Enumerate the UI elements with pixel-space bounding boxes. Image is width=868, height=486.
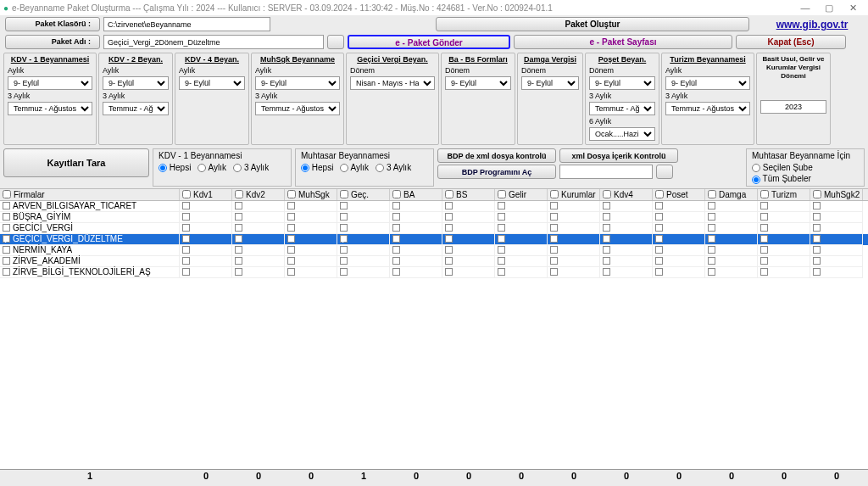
close-button[interactable]: ✕ bbox=[841, 3, 865, 14]
cell-checkbox[interactable] bbox=[340, 224, 348, 232]
cell-checkbox[interactable] bbox=[287, 202, 295, 209]
col-muhsgk-checkbox[interactable] bbox=[287, 190, 296, 198]
paket-adi-clear-button[interactable] bbox=[327, 35, 344, 49]
gecici-donem-select[interactable]: Nisan - Mayıs - Haziran bbox=[350, 76, 435, 90]
cell-checkbox[interactable] bbox=[655, 224, 663, 232]
cell-checkbox[interactable] bbox=[603, 202, 610, 209]
damga-donem-select[interactable]: 9- Eylül bbox=[521, 76, 579, 90]
cell-checkbox[interactable] bbox=[708, 235, 715, 243]
col-ba-checkbox[interactable] bbox=[392, 190, 401, 198]
minimize-button[interactable]: — bbox=[793, 3, 817, 13]
cell-checkbox[interactable] bbox=[392, 202, 400, 209]
table-row[interactable]: GECİCİ_VERGİ bbox=[0, 223, 868, 234]
cell-checkbox[interactable] bbox=[498, 268, 505, 276]
cell-checkbox[interactable] bbox=[498, 213, 505, 221]
bdp-path-input[interactable] bbox=[559, 165, 653, 179]
cell-checkbox[interactable]: ✓ bbox=[340, 235, 348, 243]
bdp-path-browse-button[interactable] bbox=[656, 165, 673, 179]
kdv1-3aylik-select[interactable]: Temmuz - Ağustos - Eylül bbox=[8, 102, 92, 115]
secilen-sube-radio[interactable]: Seçilen Şube bbox=[752, 163, 859, 172]
cell-checkbox[interactable] bbox=[603, 257, 610, 265]
cell-checkbox[interactable] bbox=[708, 224, 715, 232]
poset-donem-select[interactable]: 9- Eylül bbox=[589, 76, 655, 90]
cell-checkbox[interactable] bbox=[182, 268, 190, 276]
cell-checkbox[interactable] bbox=[392, 246, 400, 254]
cell-checkbox[interactable] bbox=[550, 202, 558, 209]
table-row[interactable]: ✓GEÇİCİ_VERGİ_DÜZELTME✓ bbox=[0, 234, 868, 245]
cell-checkbox[interactable] bbox=[392, 235, 400, 243]
cell-checkbox[interactable] bbox=[340, 257, 348, 265]
cell-checkbox[interactable] bbox=[498, 202, 505, 209]
cell-checkbox[interactable] bbox=[340, 202, 348, 209]
cell-checkbox[interactable] bbox=[813, 268, 821, 276]
cell-checkbox[interactable] bbox=[708, 268, 715, 276]
cell-checkbox[interactable] bbox=[340, 246, 348, 254]
cell-checkbox[interactable] bbox=[708, 257, 715, 265]
row-checkbox[interactable] bbox=[3, 257, 10, 265]
cell-checkbox[interactable] bbox=[760, 224, 768, 232]
col-turizm-checkbox[interactable] bbox=[760, 190, 769, 198]
cell-checkbox[interactable] bbox=[392, 257, 400, 265]
cell-checkbox[interactable] bbox=[392, 213, 400, 221]
cell-checkbox[interactable] bbox=[603, 224, 610, 232]
table-row[interactable]: ZİRVE_AKADEMİ bbox=[0, 256, 868, 267]
cell-checkbox[interactable] bbox=[498, 235, 505, 243]
babs-donem-select[interactable]: 9- Eylül bbox=[445, 76, 511, 90]
muh-hepsi-radio[interactable]: Hepsi bbox=[301, 163, 333, 172]
cell-checkbox[interactable] bbox=[708, 246, 715, 254]
cell-checkbox[interactable] bbox=[235, 246, 242, 254]
poset-3aylik-select[interactable]: Temmuz - Ağustc bbox=[589, 102, 655, 115]
col-kdv1-checkbox[interactable] bbox=[182, 190, 191, 198]
cell-checkbox[interactable] bbox=[813, 246, 821, 254]
cell-checkbox[interactable] bbox=[182, 224, 190, 232]
kdv1-hepsi-radio[interactable]: Hepsi bbox=[159, 163, 191, 172]
table-row[interactable]: ZİRVE_BİLGİ_TEKNOLOJİLERİ_AŞ bbox=[0, 267, 868, 278]
bdp-xml-kontrol-button[interactable]: BDP de xml dosya kontrolü bbox=[437, 148, 556, 163]
muh-3aylik-radio[interactable]: 3 Aylık bbox=[376, 163, 411, 172]
paket-adi-input[interactable] bbox=[103, 35, 324, 49]
cell-checkbox[interactable] bbox=[603, 268, 610, 276]
cell-checkbox[interactable] bbox=[445, 202, 453, 209]
kayitlari-tara-button[interactable]: Kayıtları Tara bbox=[3, 148, 149, 177]
row-checkbox[interactable] bbox=[3, 246, 10, 254]
cell-checkbox[interactable] bbox=[813, 213, 821, 221]
row-checkbox[interactable] bbox=[3, 224, 10, 232]
cell-checkbox[interactable] bbox=[287, 235, 295, 243]
row-checkbox[interactable] bbox=[3, 268, 10, 276]
cell-checkbox[interactable] bbox=[813, 257, 821, 265]
e-paket-sayfasi-button[interactable]: e - Paket Sayfası bbox=[514, 35, 732, 49]
col-muhsgk2-checkbox[interactable] bbox=[813, 190, 821, 198]
cell-checkbox[interactable] bbox=[603, 246, 610, 254]
col-poset-checkbox[interactable] bbox=[655, 190, 664, 198]
cell-checkbox[interactable] bbox=[498, 224, 505, 232]
cell-checkbox[interactable] bbox=[550, 213, 558, 221]
cell-checkbox[interactable] bbox=[813, 224, 821, 232]
cell-checkbox[interactable] bbox=[287, 268, 295, 276]
cell-checkbox[interactable] bbox=[182, 235, 190, 243]
cell-checkbox[interactable] bbox=[182, 257, 190, 265]
xml-icerik-kontrol-button[interactable]: xml Dosya İçerik Kontrolü bbox=[559, 148, 678, 163]
cell-checkbox[interactable] bbox=[760, 246, 768, 254]
col-gec-checkbox[interactable] bbox=[340, 190, 348, 198]
col-kdv2-checkbox[interactable] bbox=[235, 190, 243, 198]
cell-checkbox[interactable] bbox=[655, 246, 663, 254]
cell-checkbox[interactable] bbox=[550, 268, 558, 276]
e-paket-gonder-button[interactable]: e - Paket Gönder bbox=[348, 35, 510, 49]
cell-checkbox[interactable] bbox=[603, 213, 610, 221]
cell-checkbox[interactable] bbox=[708, 213, 715, 221]
kdv4-aylik-select[interactable]: 9- Eylül bbox=[179, 76, 245, 90]
muh-aylik-radio[interactable]: Aylık bbox=[340, 163, 369, 172]
paket-klasoru-input[interactable] bbox=[103, 17, 270, 31]
turizm-aylik-select[interactable]: 9- Eylül bbox=[665, 76, 750, 90]
col-kurumlar-checkbox[interactable] bbox=[550, 190, 559, 198]
cell-checkbox[interactable] bbox=[445, 268, 453, 276]
table-row[interactable]: BÜŞRA_GİYİM bbox=[0, 212, 868, 223]
cell-checkbox[interactable] bbox=[445, 235, 453, 243]
cell-checkbox[interactable] bbox=[235, 213, 242, 221]
cell-checkbox[interactable] bbox=[813, 235, 821, 243]
cell-checkbox[interactable] bbox=[655, 213, 663, 221]
row-checkbox[interactable] bbox=[3, 213, 10, 221]
cell-checkbox[interactable] bbox=[235, 224, 242, 232]
kdv1-3aylik-radio[interactable]: 3 Aylık bbox=[233, 163, 269, 172]
cell-checkbox[interactable] bbox=[287, 246, 295, 254]
